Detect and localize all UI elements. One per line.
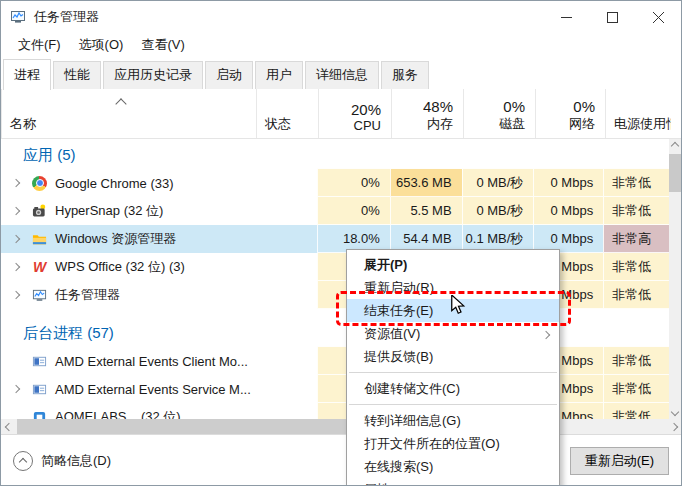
tab-services[interactable]: 服务 [381,61,429,89]
scroll-left-icon[interactable] [1,419,16,434]
metric-cell: 5.5 MB [390,197,462,225]
power-usage-cell: 非常低 [603,375,669,403]
wps-icon: W [31,259,48,275]
chrome-icon [31,175,48,191]
status-cell [255,281,317,309]
metric-cell: 0 MB/秒 [462,169,534,197]
column-header-network[interactable]: 0%网络 [535,89,605,138]
scroll-up-icon[interactable] [669,139,681,153]
metric-cell: 0 Mbps [533,169,603,197]
expand-slot [13,386,31,392]
group-header-row[interactable]: 应用 (5) [1,139,669,169]
process-name: AOMELABS... (32 位) [55,408,181,419]
column-header-cpu[interactable]: 20%CPU [318,89,391,138]
menu-item-label: 创建转储文件(C) [364,380,460,398]
menu-item-label: 展开(P) [364,256,407,274]
status-cell [255,169,317,197]
horizontal-scrollbar[interactable] [1,419,681,434]
expand-slot [13,292,31,298]
tab-performance[interactable]: 性能 [53,61,101,89]
group-label: 应用 (5) [13,146,76,169]
tab-startup[interactable]: 启动 [205,61,253,89]
power-usage-cell: 非常低 [603,169,669,197]
tab-bar: 进程性能应用历史记录启动用户详细信息服务 [1,56,681,90]
process-row[interactable]: AOMELABS... (32 位)0 Mbps非常低 [1,403,669,419]
chevron-up-circle-icon [13,451,33,471]
menu-item-expand[interactable]: 展开(P) [347,253,559,276]
menubar-item-view[interactable]: 查看(V) [132,34,193,56]
process-row[interactable]: HyperSnap (32 位)0%5.5 MB0 MB/秒0 Mbps非常低 [1,197,669,225]
process-name: Windows 资源管理器 [55,230,176,248]
close-button[interactable] [635,1,681,33]
menu-item-label: 转到详细信息(G) [364,412,461,430]
tab-users[interactable]: 用户 [255,61,303,89]
group-name: 应用 (5) [1,146,255,169]
title-bar: 任务管理器 [1,1,681,33]
menubar-item-options[interactable]: 选项(O) [70,34,133,56]
column-header-row: 名称 状态 20%CPU 48%内存 0%磁盘 0%网络 电源使用情况 [1,89,681,139]
expand-chevron-icon[interactable] [12,291,20,299]
menu-item-open-file-location[interactable]: 打开文件所在的位置(O) [347,432,559,455]
context-menu: 展开(P)重新启动(R)结束任务(E)资源值(V)提供反馈(B)创建转储文件(C… [346,249,560,486]
menu-item-properties[interactable]: 属性(I) [347,478,559,486]
column-header-disk[interactable]: 0%磁盘 [463,89,535,138]
submenu-chevron-icon [543,326,549,341]
menu-item-label: 在线搜索(S) [364,458,433,476]
maximize-button[interactable] [589,1,635,33]
scroll-right-icon[interactable] [666,419,681,434]
process-name: WPS Office (32 位) (3) [55,258,185,276]
hypersnap-icon [31,203,48,219]
expand-chevron-icon[interactable] [12,263,20,271]
menu-item-label: 资源值(V) [364,325,420,343]
expand-chevron-icon[interactable] [12,179,20,187]
amddoc-icon [31,381,48,397]
status-cell [255,225,317,253]
menu-item-create-dump-file[interactable]: 创建转储文件(C) [347,377,559,400]
menubar-item-file[interactable]: 文件(F) [9,34,70,56]
menu-item-label: 提供反馈(B) [364,348,433,366]
process-name-cell: Google Chrome (33) [1,169,255,197]
process-name: AMD External Events Service M... [55,382,251,397]
scroll-down-icon[interactable] [669,405,681,419]
process-name-cell: 任务管理器 [1,281,255,309]
process-name: Google Chrome (33) [55,176,174,191]
process-row[interactable]: Google Chrome (33)0%653.6 MB0 MB/秒0 Mbps… [1,169,669,197]
tab-details[interactable]: 详细信息 [305,61,379,89]
tab-app-history[interactable]: 应用历史记录 [103,61,203,89]
fewer-details-toggle[interactable]: 简略信息(D) [13,451,111,471]
process-row[interactable]: Windows 资源管理器18.0%54.4 MB0.1 MB/秒0 Mbps非… [1,225,669,253]
menu-separator [349,404,557,405]
process-row[interactable]: AMD External Events Client Mo...0 Mbps非常… [1,347,669,375]
process-name-cell: HyperSnap (32 位) [1,197,255,225]
vertical-scrollbar[interactable] [669,139,681,419]
process-row[interactable]: WWPS Office (32 位) (3)0 Mbps非常低 [1,253,669,281]
menu-item-label: 打开文件所在的位置(O) [364,435,500,453]
column-header-status[interactable]: 状态 [256,89,318,138]
tab-processes[interactable]: 进程 [3,59,51,90]
expand-chevron-icon[interactable] [12,207,20,215]
minimize-button[interactable] [543,1,589,33]
column-header-power[interactable]: 电源使用情况 [605,89,671,138]
vertical-scrollbar-thumb[interactable] [669,154,681,192]
process-name-cell: Windows 资源管理器 [1,225,255,253]
expand-chevron-icon[interactable] [12,235,20,243]
expand-slot [13,208,31,214]
window-title: 任务管理器 [34,8,99,26]
process-name-cell: AOMELABS... (32 位) [1,403,255,419]
task-manager-icon [10,9,26,25]
menu-item-search-online[interactable]: 在线搜索(S) [347,455,559,478]
expand-chevron-icon[interactable] [12,385,20,393]
column-header-name[interactable]: 名称 [1,89,256,138]
menu-item-provide-feedback[interactable]: 提供反馈(B) [347,345,559,368]
column-header-memory[interactable]: 48%内存 [391,89,463,138]
restart-button[interactable]: 重新启动(E) [570,447,669,475]
metric-cell: 0% [317,197,390,225]
power-usage-cell: 非常低 [603,253,669,281]
menu-item-go-to-details[interactable]: 转到详细信息(G) [347,409,559,432]
status-cell [255,253,317,281]
process-row[interactable]: AMD External Events Service M...0 Mbps非常… [1,375,669,403]
power-usage-cell: 非常低 [603,197,669,225]
process-name: HyperSnap (32 位) [55,202,163,220]
metric-cell: 0 MB/秒 [462,197,534,225]
process-name: 任务管理器 [55,286,120,304]
